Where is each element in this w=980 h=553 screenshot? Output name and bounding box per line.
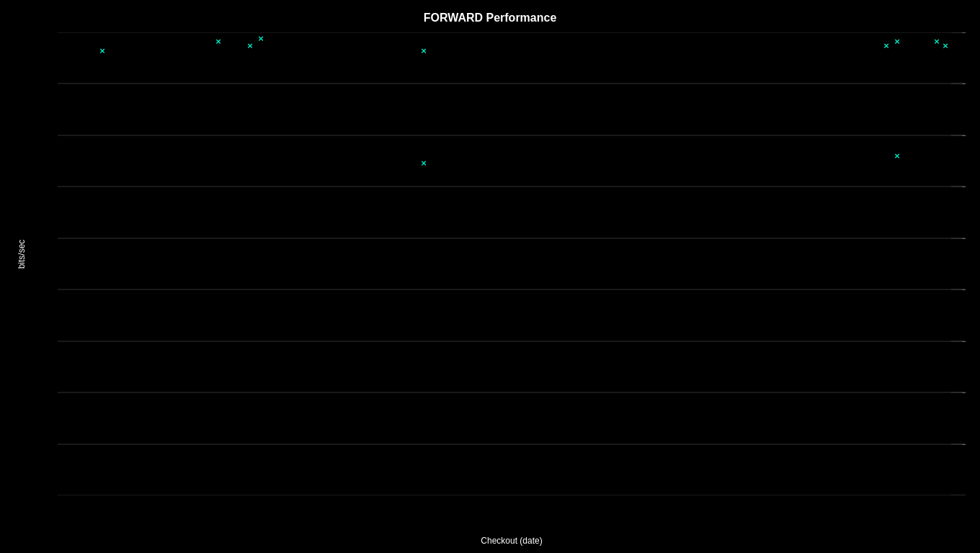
x-axis-label: Checkout (date) <box>58 536 966 546</box>
svg-text:—: — <box>962 180 966 192</box>
svg-text:—: — <box>962 232 966 243</box>
svg-text:×: × <box>247 40 253 51</box>
svg-text:—: — <box>962 386 966 397</box>
svg-text:×: × <box>943 40 948 51</box>
svg-text:×: × <box>894 36 900 47</box>
svg-text:×: × <box>421 158 427 168</box>
svg-text:×: × <box>883 40 889 51</box>
svg-text:—: — <box>962 32 966 37</box>
chart-container: FORWARD Performance bits/sec 0 1x10⁹ 2x1… <box>0 0 980 553</box>
svg-text:—: — <box>962 489 966 495</box>
svg-text:×: × <box>99 45 105 56</box>
main-chart-svg: 0 1x10⁹ 2x10⁹ 3x10⁹ 4x10⁹ 5x10⁹ 6x10⁹ 7x… <box>58 32 966 495</box>
chart-title: FORWARD Performance <box>0 12 980 24</box>
svg-text:—: — <box>962 129 966 140</box>
svg-text:×: × <box>215 36 221 47</box>
svg-text:—: — <box>962 77 966 89</box>
svg-text:×: × <box>421 45 427 56</box>
svg-text:—: — <box>962 438 966 449</box>
svg-text:—: — <box>962 283 966 295</box>
y-axis-label: bits/sec <box>17 239 27 269</box>
svg-text:×: × <box>258 33 264 44</box>
svg-text:×: × <box>894 150 900 161</box>
svg-text:—: — <box>962 335 966 346</box>
svg-text:×: × <box>934 36 940 47</box>
